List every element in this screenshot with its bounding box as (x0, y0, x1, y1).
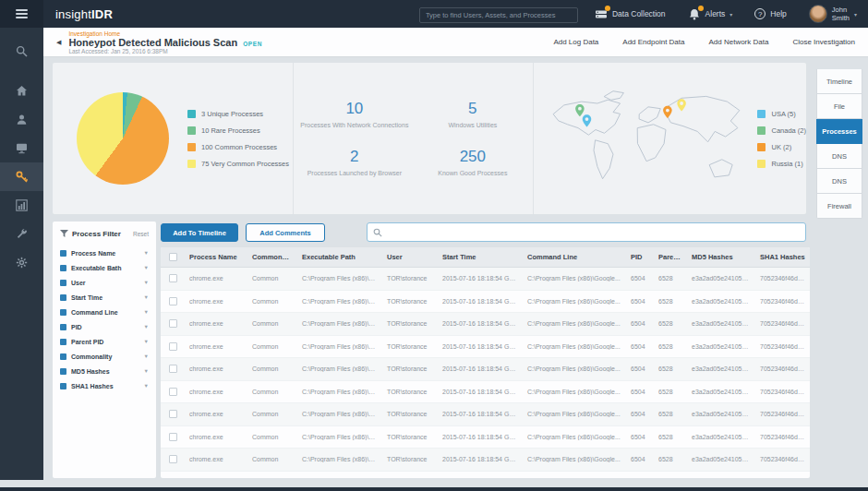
chevron-down-icon[interactable]: ▼ (144, 383, 149, 389)
cell-pid: 6504 (626, 411, 654, 417)
header-action-link[interactable]: Close Investigation (792, 38, 855, 46)
column-header[interactable]: Start Time (438, 253, 523, 261)
chevron-down-icon[interactable]: ▼ (144, 339, 149, 344)
filter-checkbox[interactable] (60, 324, 66, 330)
alerts-button[interactable]: Alerts ▾ (688, 8, 733, 20)
filter-item[interactable]: MD5 Hashes ▼ (60, 364, 149, 378)
add-comments-button[interactable]: Add Comments (246, 223, 325, 242)
row-checkbox[interactable] (169, 433, 177, 441)
column-header[interactable]: Commonality (247, 253, 297, 261)
column-header[interactable]: SHA1 Hashes (755, 253, 810, 261)
evidence-tab[interactable]: Timeline (816, 69, 862, 94)
row-checkbox[interactable] (169, 319, 177, 328)
table-row[interactable]: chrome.exe Common C:\Program Files (x86)… (161, 313, 810, 336)
sidebar-item-investigations[interactable] (0, 162, 43, 191)
row-checkbox[interactable] (169, 388, 177, 396)
column-header[interactable]: Command Line (523, 253, 626, 261)
table-row[interactable]: chrome.exe Common C:\Program Files (x86)… (161, 268, 810, 291)
chevron-down-icon[interactable]: ▼ (144, 309, 149, 315)
column-header[interactable]: MD5 Hashes (687, 253, 755, 261)
chevron-down-icon[interactable]: ▼ (144, 324, 149, 329)
evidence-tab[interactable]: Processes (816, 119, 862, 144)
filter-item[interactable]: Start Time ▼ (60, 290, 149, 305)
add-to-timeline-button[interactable]: Add To Timeline (161, 223, 238, 242)
row-checkbox[interactable] (169, 342, 177, 351)
filter-checkbox[interactable] (60, 294, 66, 301)
chevron-down-icon[interactable]: ▼ (144, 368, 149, 374)
header-action-link[interactable]: Add Network Data (708, 38, 768, 46)
sidebar-item-search[interactable] (0, 37, 43, 66)
column-header[interactable]: Executable Path (297, 253, 382, 261)
evidence-tab[interactable]: File (816, 94, 862, 119)
sidebar-item-users[interactable] (0, 105, 43, 134)
table-row[interactable]: chrome.exe Common C:\Program Files (x86)… (161, 336, 810, 359)
sidebar-item-reports[interactable] (0, 191, 43, 220)
legend-item: 100 Common Processes (187, 143, 289, 151)
filter-item[interactable]: Process Name ▼ (60, 246, 149, 260)
filter-checkbox[interactable] (60, 250, 66, 257)
filter-checkbox[interactable] (60, 383, 66, 389)
legend-swatch (187, 110, 196, 118)
filter-reset-link[interactable]: Reset (133, 231, 149, 237)
chevron-down-icon[interactable]: ▼ (144, 280, 149, 285)
data-collection-button[interactable]: Data Collection (595, 8, 666, 20)
header-action-link[interactable]: Add Log Data (553, 38, 598, 46)
filter-checkbox[interactable] (60, 353, 66, 360)
column-header[interactable]: Parent PID (654, 253, 687, 261)
filter-item[interactable]: User ▼ (60, 275, 149, 290)
chevron-down-icon[interactable]: ▼ (144, 294, 149, 300)
filter-item[interactable]: PID ▼ (60, 319, 149, 334)
filter-item[interactable]: Commonality ▼ (60, 349, 149, 364)
chevron-down-icon[interactable]: ▼ (144, 265, 149, 270)
header-action-link[interactable]: Add Endpoint Data (622, 38, 684, 46)
sidebar-item-tools[interactable] (0, 220, 43, 248)
filter-item[interactable]: Executable Bath ▼ (60, 260, 149, 275)
chevron-down-icon[interactable]: ▼ (144, 250, 149, 256)
column-header[interactable]: PID (626, 253, 654, 261)
row-checkbox[interactable] (169, 410, 177, 418)
filter-checkbox[interactable] (60, 309, 66, 316)
sidebar-item-endpoints[interactable] (0, 134, 43, 162)
column-header[interactable]: User (382, 253, 438, 261)
evidence-tab[interactable]: DNS (816, 144, 862, 169)
filter-item[interactable]: Parent PID ▼ (60, 334, 149, 349)
row-checkbox[interactable] (169, 297, 177, 305)
brand-logo[interactable]: insightIDR (55, 7, 113, 21)
cell-md5: e3a2ad05e24105b... (687, 365, 755, 372)
filter-checkbox[interactable] (60, 339, 66, 345)
cell-pid: 6504 (626, 275, 654, 281)
table-row[interactable]: chrome.exe Common C:\Program Files (x86)… (161, 291, 810, 314)
global-search-input[interactable] (419, 7, 578, 23)
filter-item[interactable]: Command Line ▼ (60, 305, 149, 319)
table-search-input[interactable] (387, 228, 800, 236)
cell-pid: 6504 (626, 365, 654, 372)
select-all-checkbox[interactable] (169, 253, 177, 261)
sidebar-item-settings[interactable] (0, 248, 43, 277)
filter-checkbox[interactable] (60, 265, 66, 271)
table-row[interactable]: chrome.exe Common C:\Program Files (x86)… (161, 426, 810, 449)
stat-value: 5 (418, 100, 527, 118)
row-checkbox[interactable] (169, 365, 177, 373)
column-header[interactable]: Process Name (185, 253, 247, 261)
filter-checkbox[interactable] (60, 368, 66, 375)
hamburger-menu-icon[interactable] (0, 0, 43, 28)
back-arrow-icon[interactable]: ◀ (56, 39, 61, 46)
row-checkbox[interactable] (169, 455, 177, 463)
table-row[interactable]: chrome.exe Common C:\Program Files (x86)… (161, 358, 810, 381)
sidebar-item-home[interactable] (0, 77, 43, 105)
map-pin-canada (576, 104, 585, 116)
help-button[interactable]: ? Help (754, 8, 786, 19)
breadcrumb[interactable]: Investigation Home (68, 30, 262, 37)
evidence-tab[interactable]: DNS (816, 169, 862, 194)
row-checkbox[interactable] (169, 274, 177, 282)
filter-item[interactable]: SHA1 Hashes ▼ (60, 378, 149, 393)
table-row[interactable]: chrome.exe Common C:\Program Files (x86)… (161, 381, 810, 404)
commonality-pie-chart[interactable] (77, 92, 169, 185)
chevron-down-icon[interactable]: ▼ (144, 353, 149, 359)
table-row[interactable]: chrome.exe Common C:\Program Files (x86)… (161, 403, 810, 426)
table-row[interactable]: chrome.exe Common C:\Program Files (x86)… (161, 449, 810, 472)
evidence-tab[interactable]: Firewall (816, 194, 862, 219)
filter-checkbox[interactable] (60, 280, 66, 286)
user-menu[interactable]: John Smith ▾ (809, 5, 857, 23)
filter-item-label: User (71, 280, 86, 286)
